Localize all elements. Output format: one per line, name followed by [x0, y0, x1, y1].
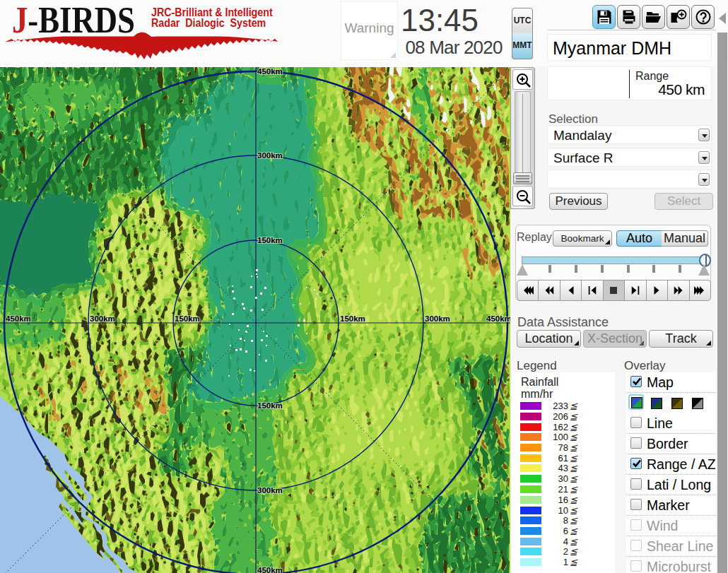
svg-text:450km: 450km: [257, 566, 283, 573]
svg-text:300km: 300km: [90, 314, 115, 323]
svg-text:150km: 150km: [175, 314, 200, 323]
svg-text:150km: 150km: [340, 314, 365, 323]
svg-text:150km: 150km: [257, 236, 283, 244]
svg-text:450km: 450km: [486, 314, 510, 323]
svg-text:150km: 150km: [257, 401, 283, 410]
svg-text:300km: 300km: [257, 486, 283, 495]
svg-text:450km: 450km: [6, 314, 31, 323]
svg-text:300km: 300km: [425, 314, 450, 323]
svg-text:450km: 450km: [257, 67, 283, 76]
svg-text:300km: 300km: [257, 151, 283, 160]
